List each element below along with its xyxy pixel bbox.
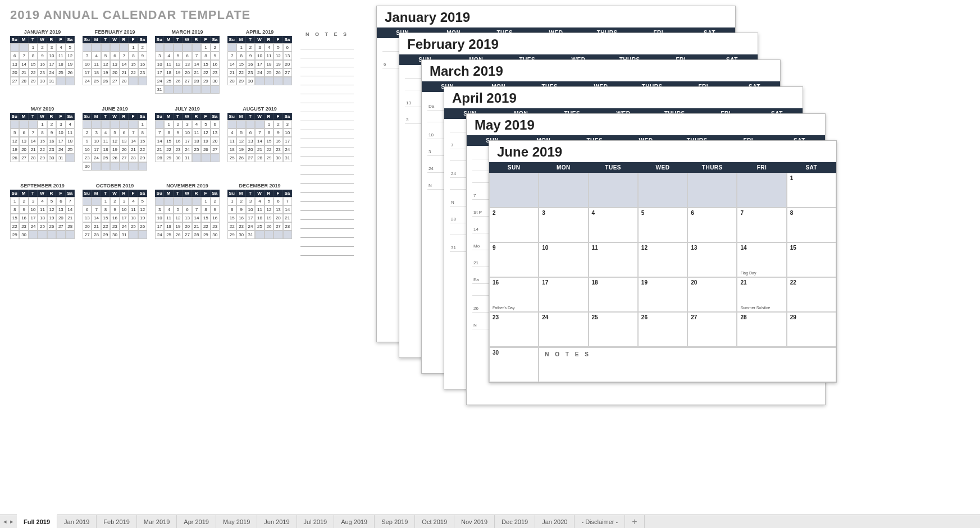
day-cell[interactable]: 15: [787, 242, 836, 277]
mini-day-cell: 31: [47, 77, 56, 85]
mini-day-cell: [192, 197, 201, 205]
day-cell[interactable]: 4: [589, 208, 638, 242]
mini-day-cell: 13: [211, 128, 220, 137]
mini-day-cell: 26: [10, 154, 19, 162]
tab-feb-2019[interactable]: Feb 2019: [97, 515, 136, 528]
day-cell[interactable]: 3: [539, 208, 588, 242]
tab-dec-2019[interactable]: Dec 2019: [495, 515, 535, 528]
day-cell[interactable]: 7: [737, 208, 786, 242]
mini-day-cell: 24: [283, 145, 292, 154]
day-cell[interactable]: [687, 173, 737, 208]
mini-day-cell: 29: [265, 154, 274, 162]
mini-month-title: OCTOBER 2019: [83, 182, 147, 190]
day-cell[interactable]: 29: [787, 312, 836, 347]
mini-day-cell: 18: [56, 60, 65, 68]
mini-day-cell: [155, 43, 164, 52]
tab-apr-2019[interactable]: Apr 2019: [177, 515, 216, 528]
tab-jan-2020[interactable]: Jan 2020: [535, 515, 575, 528]
mini-day-cell: 27: [274, 222, 282, 231]
day-cell[interactable]: 6: [687, 208, 737, 242]
tab-nov-2019[interactable]: Nov 2019: [454, 515, 495, 528]
day-cell[interactable]: 27: [687, 312, 737, 347]
day-cell[interactable]: [737, 173, 786, 208]
mini-day-cell: 29: [101, 231, 110, 239]
day-cell[interactable]: 19: [638, 277, 687, 312]
day-cell[interactable]: 25: [589, 312, 638, 347]
tab-mar-2019[interactable]: Mar 2019: [137, 515, 177, 528]
day-cell[interactable]: 14Flag Day: [737, 242, 786, 277]
mini-dow: F: [56, 190, 65, 197]
notes-line: [300, 166, 354, 175]
mini-dow: Su: [227, 190, 236, 197]
day-cell[interactable]: 24: [539, 312, 588, 347]
mini-day-cell: 14: [92, 214, 101, 222]
day-cell[interactable]: 20: [687, 277, 737, 312]
day-cell[interactable]: 16Father's Day: [489, 277, 539, 312]
day-cell[interactable]: [589, 173, 638, 208]
day-cell[interactable]: 18: [589, 277, 638, 312]
day-cell[interactable]: 12: [638, 242, 687, 277]
mini-day-cell: [227, 43, 236, 52]
tab-nav-next-icon[interactable]: ▸: [10, 518, 13, 525]
day-cell[interactable]: [489, 173, 539, 208]
mini-day-cell: 3: [47, 43, 56, 52]
mini-dow: M: [92, 190, 101, 197]
mini-day-cell: 21: [227, 68, 236, 77]
mini-day-cell: 20: [83, 222, 92, 231]
day-cell[interactable]: 22: [787, 277, 836, 312]
mini-day-cell: 24: [155, 231, 164, 239]
mini-day-cell: 17: [47, 60, 56, 68]
day-cell[interactable]: 10: [539, 242, 588, 277]
mini-day-cell: 21: [255, 145, 264, 154]
mini-day-cell: 12: [236, 137, 245, 145]
mini-day-cell: 24: [183, 145, 192, 154]
mini-day-cell: 31: [120, 231, 129, 239]
tab-oct-2019[interactable]: Oct 2019: [415, 515, 454, 528]
day-cell[interactable]: 17: [539, 277, 588, 312]
tab-full-2019[interactable]: Full 2019: [17, 515, 57, 528]
mini-month-title: JULY 2019: [155, 105, 220, 113]
mini-dow: W: [110, 36, 119, 43]
day-cell[interactable]: [539, 173, 588, 208]
day-cell[interactable]: 13: [687, 242, 737, 277]
mini-dow: Sa: [283, 190, 292, 197]
mini-dow: T: [29, 113, 38, 120]
tab-sep-2019[interactable]: Sep 2019: [375, 515, 415, 528]
day-cell[interactable]: 21Summer Solstice: [737, 277, 786, 312]
day-cell[interactable]: 11: [589, 242, 638, 277]
tab-may-2019[interactable]: May 2019: [216, 515, 257, 528]
day-cell[interactable]: 9: [489, 242, 539, 277]
tab-jun-2019[interactable]: Jun 2019: [257, 515, 297, 528]
tab-jan-2019[interactable]: Jan 2019: [57, 515, 97, 528]
mini-day-cell: 1: [236, 43, 245, 52]
day-cell[interactable]: 8: [787, 208, 836, 242]
day-cell[interactable]: 30: [489, 347, 539, 382]
mini-day-cell: 20: [10, 68, 19, 77]
day-cell[interactable]: 23: [489, 312, 539, 347]
tab-add-sheet[interactable]: +: [625, 515, 644, 528]
mini-day-cell: 13: [19, 137, 28, 145]
day-cell[interactable]: 26: [638, 312, 687, 347]
mini-day-cell: 5: [236, 128, 245, 137]
day-cell[interactable]: 2: [489, 208, 539, 242]
mini-day-cell: 8: [201, 205, 210, 214]
tab-nav-prev-icon[interactable]: ◂: [3, 518, 7, 525]
mini-dow: Su: [155, 36, 164, 43]
day-cell[interactable]: 1: [787, 173, 836, 208]
mini-dow: R: [265, 36, 274, 43]
day-cell[interactable]: 28: [737, 312, 786, 347]
mini-day-cell: 21: [120, 68, 129, 77]
mini-dow: R: [192, 190, 201, 197]
mini-day-cell: 23: [274, 145, 282, 154]
mini-day-cell: 18: [92, 68, 101, 77]
mini-day-cell: 17: [255, 60, 264, 68]
mini-day-cell: 29: [227, 231, 236, 239]
mini-day-cell: 26: [236, 154, 245, 162]
tab-jul-2019[interactable]: Jul 2019: [297, 515, 335, 528]
tab-aug-2019[interactable]: Aug 2019: [334, 515, 375, 528]
day-cell[interactable]: 5: [638, 208, 687, 242]
tab--disclaimer-[interactable]: - Disclaimer -: [575, 515, 625, 528]
mini-day-cell: 10: [47, 52, 56, 60]
day-cell[interactable]: [638, 173, 687, 208]
mini-dow: F: [201, 190, 210, 197]
